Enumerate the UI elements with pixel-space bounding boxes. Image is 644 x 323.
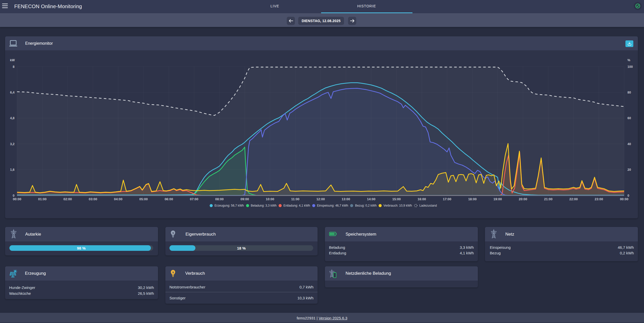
svg-text:07:00: 07:00	[190, 197, 198, 201]
svg-text:19:00: 19:00	[493, 197, 502, 201]
svg-text:15:00: 15:00	[392, 197, 401, 201]
svg-text:6,4: 6,4	[10, 91, 15, 94]
svg-text:100: 100	[627, 65, 633, 69]
svg-text:17:00: 17:00	[443, 197, 451, 201]
svg-text:04:00: 04:00	[114, 197, 122, 201]
svg-text:3,2: 3,2	[10, 142, 15, 146]
svg-text:14:00: 14:00	[367, 197, 375, 201]
svg-text:1,6: 1,6	[10, 168, 15, 172]
svg-text:00:00: 00:00	[13, 197, 21, 201]
svg-text:20: 20	[627, 168, 631, 172]
svg-text:40: 40	[627, 142, 631, 146]
svg-text:11:00: 11:00	[291, 197, 299, 201]
svg-text:06:00: 06:00	[165, 197, 173, 201]
svg-text:21:00: 21:00	[544, 197, 552, 201]
svg-text:03:00: 03:00	[89, 197, 97, 201]
svg-text:8: 8	[13, 65, 15, 69]
svg-text:60: 60	[627, 116, 631, 120]
svg-text:08:00: 08:00	[215, 197, 224, 201]
svg-text:0: 0	[13, 194, 15, 197]
svg-text:12:00: 12:00	[316, 197, 325, 201]
svg-text:4,8: 4,8	[10, 116, 15, 120]
svg-text:0: 0	[627, 194, 629, 197]
svg-text:10:00: 10:00	[266, 197, 274, 201]
svg-text:13:00: 13:00	[342, 197, 350, 201]
svg-text:02:00: 02:00	[63, 197, 72, 201]
svg-text:16:00: 16:00	[418, 197, 426, 201]
svg-text:%: %	[627, 58, 630, 62]
svg-text:kW: kW	[10, 58, 15, 62]
svg-text:22:00: 22:00	[569, 197, 578, 201]
svg-text:00:00: 00:00	[620, 197, 628, 201]
svg-text:80: 80	[627, 91, 631, 94]
svg-text:05:00: 05:00	[139, 197, 148, 201]
svg-text:20:00: 20:00	[519, 197, 527, 201]
svg-text:23:00: 23:00	[595, 197, 603, 201]
svg-text:18:00: 18:00	[468, 197, 477, 201]
svg-text:09:00: 09:00	[240, 197, 249, 201]
svg-text:01:00: 01:00	[38, 197, 47, 201]
